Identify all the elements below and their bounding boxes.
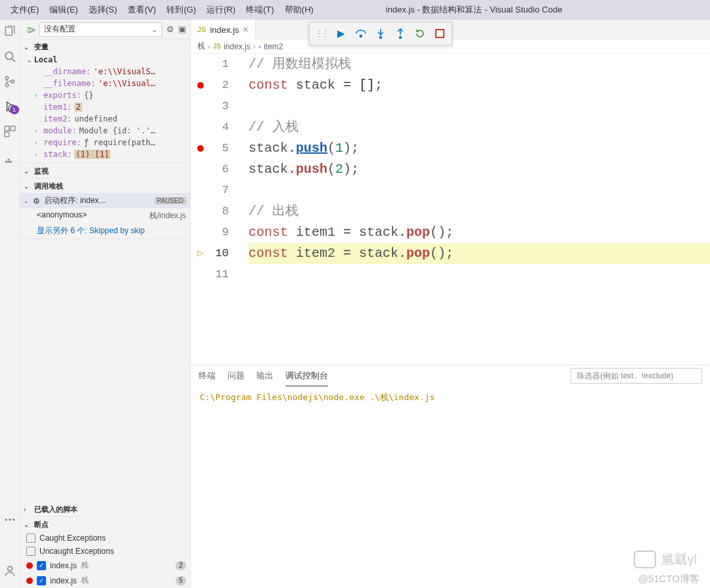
- menu-item[interactable]: 选择(S): [83, 1, 122, 18]
- terminal-tab[interactable]: 输出: [256, 366, 273, 386]
- search-icon[interactable]: [3, 50, 16, 63]
- svg-point-13: [5, 518, 7, 520]
- variables-panel-header[interactable]: ⌄变量: [20, 39, 190, 54]
- step-out-button[interactable]: [391, 25, 410, 42]
- variable-row[interactable]: __filename: 'e:\\Visual…: [20, 78, 190, 89]
- variable-row[interactable]: ›require: ƒ require(path…: [20, 137, 190, 148]
- svg-point-2: [5, 76, 9, 79]
- menu-item[interactable]: 运行(R): [201, 1, 241, 18]
- terminal-tab[interactable]: 问题: [227, 366, 245, 386]
- menu-item[interactable]: 编辑(E): [44, 1, 83, 18]
- svg-rect-20: [436, 30, 444, 37]
- source-control-icon[interactable]: [3, 75, 16, 88]
- checkbox[interactable]: ✓: [37, 576, 46, 585]
- js-file-icon: JS: [197, 26, 206, 34]
- callstack-panel-header[interactable]: ⌄调用堆栈: [20, 179, 190, 193]
- callstack-skipped[interactable]: 显示另外 6 个: Skipped by skip: [20, 223, 190, 238]
- variable-row[interactable]: item1: 2: [20, 101, 190, 113]
- callstack-thread[interactable]: ⌄ ⚙ 启动程序: index… PAUSED: [20, 193, 190, 208]
- continue-button[interactable]: ▶: [332, 25, 350, 42]
- terminal-filter-input[interactable]: 筛选器(例如 text、!exclude): [571, 368, 702, 384]
- terminal-tab[interactable]: 调试控制台: [285, 366, 328, 386]
- terminal-tab[interactable]: 终端: [199, 366, 216, 386]
- more-icon[interactable]: [3, 513, 16, 526]
- menubar: 文件(E)编辑(E)选择(S)查看(V)转到(G)运行(R)终端(T)帮助(H)…: [0, 0, 710, 20]
- step-over-button[interactable]: [352, 25, 370, 42]
- svg-point-4: [11, 80, 14, 83]
- menu-item[interactable]: 查看(V): [122, 1, 161, 18]
- stop-button[interactable]: [431, 25, 449, 42]
- watermark-credit: @51CTO博客: [638, 573, 699, 585]
- watermark: 尴瓤γl: [634, 551, 697, 568]
- count-badge: 2: [176, 561, 186, 570]
- extensions-icon[interactable]: [3, 125, 16, 138]
- svg-point-17: [360, 35, 362, 37]
- svg-rect-7: [11, 126, 15, 131]
- checkbox[interactable]: [26, 547, 36, 556]
- terminal-panel: 终端问题输出调试控制台筛选器(例如 text、!exclude) C:\Prog…: [191, 365, 710, 588]
- paused-badge: PAUSED: [154, 197, 186, 204]
- editor-area: JS index.js × 栈 › JS index.js › ▫ item2 …: [191, 20, 710, 588]
- sidebar: ▷ 没有配置 ⚙ ▣ ⌄变量 ⌄Local __dirname: 'e:\\Vi…: [20, 20, 191, 588]
- svg-point-18: [380, 37, 382, 39]
- local-scope[interactable]: ⌄Local: [20, 54, 190, 66]
- settings-icon[interactable]: ⚙: [166, 24, 174, 34]
- checkbox[interactable]: ✓: [37, 561, 46, 570]
- svg-point-19: [400, 37, 402, 39]
- debug-icon[interactable]: 1: [3, 100, 16, 113]
- debug-console-output: C:\Program Files\nodejs\node.exe .\栈\ind…: [191, 386, 710, 588]
- watch-panel-header[interactable]: ⌄监视: [20, 164, 190, 178]
- menu-item[interactable]: 转到(G): [161, 1, 201, 18]
- breakpoint-row[interactable]: ✓index.js 栈5: [20, 573, 190, 588]
- breakpoint-glyph-icon[interactable]: [197, 82, 204, 89]
- activitybar: 1: [0, 20, 20, 588]
- breakpoint-dot-icon: [26, 577, 33, 584]
- docker-icon[interactable]: [3, 155, 16, 168]
- menu-item[interactable]: 终端(T): [241, 1, 279, 18]
- svg-rect-0: [5, 27, 12, 35]
- code-editor[interactable]: 1// 用数组模拟栈2const stack = [];34// 入栈5stac…: [191, 54, 710, 365]
- svg-point-16: [7, 566, 12, 571]
- variable-row[interactable]: ›module: Module {id: '.'…: [20, 125, 190, 137]
- breakpoint-row[interactable]: Caught Exceptions: [20, 531, 190, 545]
- callstack-frame[interactable]: <anonymous> 栈/index.js: [20, 208, 190, 223]
- count-badge: 5: [176, 576, 186, 585]
- debug-floating-toolbar: ⋮⋮ ▶: [309, 22, 452, 45]
- variable-row[interactable]: __dirname: 'e:\\VisualS…: [20, 66, 190, 78]
- close-icon[interactable]: ×: [243, 24, 248, 35]
- breakpoint-glyph-icon[interactable]: [197, 145, 204, 152]
- breakpoints-panel-header[interactable]: ⌄断点: [20, 517, 190, 531]
- svg-rect-12: [7, 159, 9, 161]
- account-icon[interactable]: [3, 564, 16, 577]
- step-into-button[interactable]: [371, 25, 390, 42]
- svg-rect-11: [10, 161, 12, 163]
- breakpoint-row[interactable]: ✓index.js 栈2: [20, 558, 190, 573]
- breakpoint-row[interactable]: Uncaught Exceptions: [20, 545, 190, 558]
- variable-row[interactable]: ›exports: {}: [20, 89, 190, 101]
- variable-row[interactable]: item2: undefined: [20, 113, 190, 125]
- svg-point-15: [12, 518, 14, 520]
- wechat-icon: [634, 551, 656, 568]
- svg-rect-9: [5, 161, 7, 163]
- explorer-icon[interactable]: [3, 25, 16, 38]
- variable-row[interactable]: ›stack: (1) [1]: [20, 148, 190, 160]
- loaded-scripts-header[interactable]: ›已载入的脚本: [20, 502, 190, 516]
- svg-point-1: [5, 52, 12, 59]
- svg-point-3: [5, 83, 9, 87]
- svg-point-14: [9, 518, 11, 520]
- svg-rect-10: [7, 161, 9, 163]
- svg-rect-6: [5, 126, 9, 131]
- svg-rect-8: [5, 132, 9, 137]
- drag-handle-icon[interactable]: ⋮⋮: [312, 29, 331, 38]
- window-title: index.js - 数据结构和算法 - Visual Studio Code: [386, 4, 563, 16]
- checkbox[interactable]: [26, 533, 36, 543]
- menu-item[interactable]: 文件(E): [5, 1, 44, 18]
- tab-index-js[interactable]: JS index.js ×: [191, 20, 256, 39]
- debug-console-icon[interactable]: ▣: [178, 24, 186, 34]
- restart-button[interactable]: [411, 25, 429, 42]
- menu-item[interactable]: 帮助(H): [279, 1, 319, 18]
- breakpoint-dot-icon: [26, 562, 33, 569]
- debug-toolbar: ▷ 没有配置 ⚙ ▣: [20, 20, 190, 39]
- current-line-icon: ▷: [197, 243, 204, 264]
- debug-config-select[interactable]: 没有配置: [39, 22, 162, 37]
